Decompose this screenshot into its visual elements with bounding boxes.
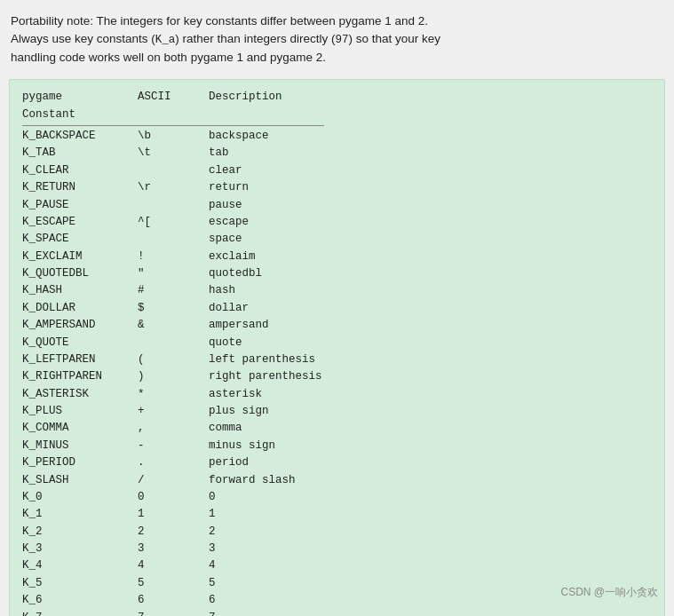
cell-description: 2 [209,524,652,541]
cell-description: 3 [209,541,652,557]
cell-ascii: 6 [138,592,209,609]
table-row: K_RETURN\rreturn [22,179,652,196]
cell-description: asterisk [209,386,652,403]
cell-ascii: 4 [138,557,209,574]
cell-constant: K_CLEAR [22,162,138,179]
cell-ascii [138,231,209,248]
cell-ascii: \r [138,179,209,196]
cell-constant: K_SPACE [22,231,138,248]
cell-ascii: , [138,420,209,437]
table-row: K_EXCLAIM!exclaim [22,249,652,265]
table-row: K_777 [22,610,652,617]
table-row: K_111 [22,506,652,523]
col-header-ascii: ASCII [138,89,209,106]
cell-description: ampersand [209,317,652,334]
cell-ascii: ! [138,249,209,265]
cell-constant: K_DOLLAR [22,300,138,317]
intro-paragraph: Portability note: The integers for key c… [9,9,665,70]
table-row: K_000 [22,489,652,506]
cell-description: 7 [209,610,652,617]
cell-constant: K_BACKSPACE [22,128,138,145]
intro-text: Portability note: The integers for key c… [9,9,665,70]
cell-constant: K_4 [22,557,138,574]
cell-constant: K_QUOTEDBL [22,265,138,282]
key-constants-table: pygame ASCII Description Constant K_BACK… [22,89,652,616]
cell-constant: K_HASH [22,282,138,299]
col-subheader-desc [209,107,652,123]
col-header-desc: Description [209,89,652,106]
cell-description: quote [209,335,652,351]
cell-ascii: ^[ [138,214,209,231]
cell-constant: K_MINUS [22,438,138,454]
cell-description: quotedbl [209,265,652,282]
watermark: CSDN @一响小贪欢 [560,585,658,600]
cell-constant: K_QUOTE [22,335,138,351]
table-row: K_555 [22,575,652,592]
table-row: K_SLASH/forward slash [22,472,652,489]
cell-constant: K_3 [22,541,138,557]
cell-ascii: \b [138,128,209,145]
cell-constant: K_5 [22,575,138,592]
table-row: K_222 [22,524,652,541]
table-row: K_DOLLAR$dollar [22,300,652,317]
table-subheader: Constant [22,107,652,123]
code-ka: K_a [155,34,176,46]
cell-constant: K_PAUSE [22,197,138,214]
table-header: pygame ASCII Description [22,89,652,106]
cell-description: period [209,454,652,471]
cell-description: 1 [209,506,652,523]
cell-description: minus sign [209,438,652,454]
cell-description: escape [209,214,652,231]
cell-constant: K_PERIOD [22,454,138,471]
cell-ascii [138,335,209,351]
cell-description: backspace [209,128,652,145]
table-row: K_PAUSEpause [22,197,652,214]
table-divider [22,125,324,126]
table-row: K_PERIOD.period [22,454,652,471]
col-subheader-constant: Constant [22,107,138,123]
table-row: K_MINUS-minus sign [22,438,652,454]
cell-constant: K_RIGHTPAREN [22,368,138,385]
cell-constant: K_LEFTPAREN [22,351,138,368]
cell-ascii: & [138,317,209,334]
cell-description: exclaim [209,249,652,265]
cell-description: right parenthesis [209,368,652,385]
table-row: K_SPACEspace [22,231,652,248]
cell-ascii: ( [138,351,209,368]
cell-constant: K_AMPERSAND [22,317,138,334]
table-row: K_ASTERISK*asterisk [22,386,652,403]
col-header-pygame: pygame [22,89,138,106]
cell-constant: K_TAB [22,145,138,162]
cell-constant: K_SLASH [22,472,138,489]
cell-description: dollar [209,300,652,317]
cell-constant: K_ESCAPE [22,214,138,231]
table-row: K_COMMA,comma [22,420,652,437]
table-row: K_TAB\ttab [22,145,652,162]
cell-constant: K_COMMA [22,420,138,437]
table-row: K_666 [22,592,652,609]
cell-constant: K_RETURN [22,179,138,196]
cell-ascii [138,162,209,179]
table-row: K_RIGHTPAREN)right parenthesis [22,368,652,385]
cell-ascii: 2 [138,524,209,541]
cell-ascii: . [138,454,209,471]
table-row: K_333 [22,541,652,557]
cell-ascii: ) [138,368,209,385]
cell-description: forward slash [209,472,652,489]
cell-ascii: - [138,438,209,454]
cell-ascii: $ [138,300,209,317]
col-subheader-ascii [138,107,209,123]
table-row: K_QUOTEDBL"quotedbl [22,265,652,282]
cell-constant: K_7 [22,610,138,617]
cell-constant: K_EXCLAIM [22,249,138,265]
cell-ascii: # [138,282,209,299]
cell-ascii: * [138,386,209,403]
cell-ascii: 5 [138,575,209,592]
key-constants-table-container: pygame ASCII Description Constant K_BACK… [9,79,665,616]
cell-ascii: + [138,403,209,420]
table-row: K_PLUS+plus sign [22,403,652,420]
table-row: K_CLEARclear [22,162,652,179]
cell-description: comma [209,420,652,437]
cell-constant: K_0 [22,489,138,506]
table-row: K_LEFTPAREN(left parenthesis [22,351,652,368]
